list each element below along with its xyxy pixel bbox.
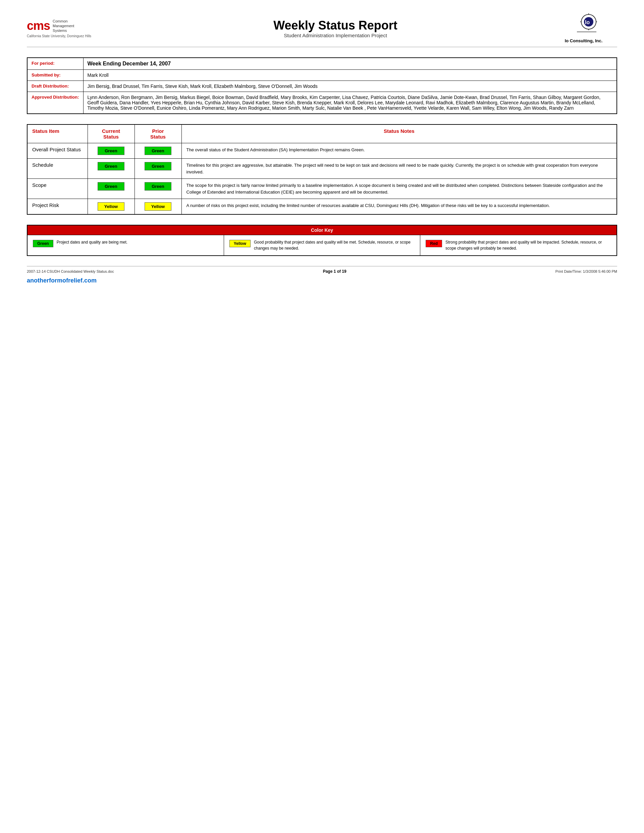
submitted-value: Mark Kroll xyxy=(83,70,617,81)
submitted-label: Submitted by: xyxy=(27,70,83,81)
status-table-row: Schedule Green Green Timelines for this … xyxy=(27,159,617,179)
page-header: cms CommonManagementSystems California S… xyxy=(27,13,617,47)
color-key-item: Red Strong probability that project date… xyxy=(420,235,617,255)
io-label: Io Consulting, Inc. xyxy=(565,38,603,43)
status-notes-cell: The overall status of the Student Admini… xyxy=(181,143,617,159)
footer: 2007-12-14 CSUDH Consolidated Weekly Sta… xyxy=(27,266,617,274)
approved-value: Lynn Anderson, Ron Bergmann, Jim Bersig,… xyxy=(83,92,617,114)
color-key-text: Strong probability that project dates an… xyxy=(445,239,611,251)
page-wrapper: cms CommonManagementSystems California S… xyxy=(27,0,617,298)
cms-university: California State University, Dominguez H… xyxy=(27,34,91,38)
footer-center: Page 1 of 19 xyxy=(323,269,347,274)
prior-status-cell: Green xyxy=(135,143,181,159)
color-key-badge: Yellow xyxy=(230,240,251,247)
status-item-name: Schedule xyxy=(27,159,88,179)
logo-right: Io Io Consulting, Inc. xyxy=(550,13,617,43)
report-title: Weekly Status Report xyxy=(121,18,550,32)
cms-logo: cms CommonManagementSystems xyxy=(27,19,74,33)
color-key-item: Green Project dates and quality are bein… xyxy=(27,235,224,255)
prior-status-cell: Green xyxy=(135,159,181,179)
prior-status-badge: Yellow xyxy=(145,202,172,211)
approved-label: Approved Distribution: xyxy=(27,92,83,114)
col-header-item: Status Item xyxy=(27,124,88,143)
draft-value: Jim Bersig, Brad Drussel, Tim Farris, St… xyxy=(83,81,617,92)
current-status-cell: Green xyxy=(88,143,135,159)
header-center: Weekly Status Report Student Administrat… xyxy=(121,18,550,38)
color-key-text: Project dates and quality are being met. xyxy=(57,239,127,245)
cms-text: cms xyxy=(27,19,50,33)
status-table-row: Overall Project Status Green Green The o… xyxy=(27,143,617,159)
current-status-badge: Yellow xyxy=(98,202,124,211)
period-value: Week Ending December 14, 2007 xyxy=(83,58,617,70)
footer-right: Print Date/Time: 1/3/2008 5:46:00 PM xyxy=(556,269,617,273)
color-key-title: Color Key xyxy=(27,225,617,235)
prior-status-badge: Green xyxy=(145,162,172,170)
color-key: Color Key Green Project dates and qualit… xyxy=(27,225,617,256)
status-notes-cell: Timelines for this project are aggressiv… xyxy=(181,159,617,179)
prior-status-cell: Green xyxy=(135,179,181,199)
current-status-cell: Yellow xyxy=(88,199,135,215)
current-status-badge: Green xyxy=(98,182,124,191)
info-table: For period: Week Ending December 14, 200… xyxy=(27,57,617,114)
status-table-row: Scope Green Green The scope for this pro… xyxy=(27,179,617,199)
status-item-name: Project Risk xyxy=(27,199,88,215)
report-subtitle: Student Administration Implementation Pr… xyxy=(121,32,550,38)
status-table: Status Item CurrentStatus PriorStatus St… xyxy=(27,124,617,215)
current-status-badge: Green xyxy=(98,146,124,155)
color-key-badge: Red xyxy=(426,240,442,247)
status-notes-cell: A number of risks on this project exist,… xyxy=(181,199,617,215)
footer-link[interactable]: anotherformofrelief.com xyxy=(27,277,617,284)
status-notes-cell: The scope for this project is fairly nar… xyxy=(181,179,617,199)
table-row: Draft Distribution: Jim Bersig, Brad Dru… xyxy=(27,81,617,92)
current-status-badge: Green xyxy=(98,162,124,170)
color-key-text: Good probability that project dates and … xyxy=(254,239,414,251)
current-status-cell: Green xyxy=(88,179,135,199)
draft-label: Draft Distribution: xyxy=(27,81,83,92)
current-status-cell: Green xyxy=(88,159,135,179)
color-key-body: Green Project dates and quality are bein… xyxy=(27,235,617,255)
status-table-header-row: Status Item CurrentStatus PriorStatus St… xyxy=(27,124,617,143)
period-label: For period: xyxy=(27,58,83,70)
prior-status-cell: Yellow xyxy=(135,199,181,215)
color-key-badge: Green xyxy=(33,240,53,247)
table-row: Approved Distribution: Lynn Anderson, Ro… xyxy=(27,92,617,114)
table-row: For period: Week Ending December 14, 200… xyxy=(27,58,617,70)
color-key-item: Yellow Good probability that project dat… xyxy=(224,235,421,255)
col-header-notes: Status Notes xyxy=(181,124,617,143)
svg-text:Io: Io xyxy=(585,19,589,25)
logo-left: cms CommonManagementSystems California S… xyxy=(27,19,121,38)
table-row: Submitted by: Mark Kroll xyxy=(27,70,617,81)
prior-status-badge: Green xyxy=(145,182,172,191)
status-item-name: Scope xyxy=(27,179,88,199)
status-table-row: Project Risk Yellow Yellow A number of r… xyxy=(27,199,617,215)
col-header-current: CurrentStatus xyxy=(88,124,135,143)
io-logo-icon: Io xyxy=(570,13,597,37)
prior-status-badge: Green xyxy=(145,146,172,155)
status-item-name: Overall Project Status xyxy=(27,143,88,159)
footer-left: 2007-12-14 CSUDH Consolidated Weekly Sta… xyxy=(27,269,114,273)
cms-subtext: CommonManagementSystems xyxy=(53,19,74,33)
col-header-prior: PriorStatus xyxy=(135,124,181,143)
